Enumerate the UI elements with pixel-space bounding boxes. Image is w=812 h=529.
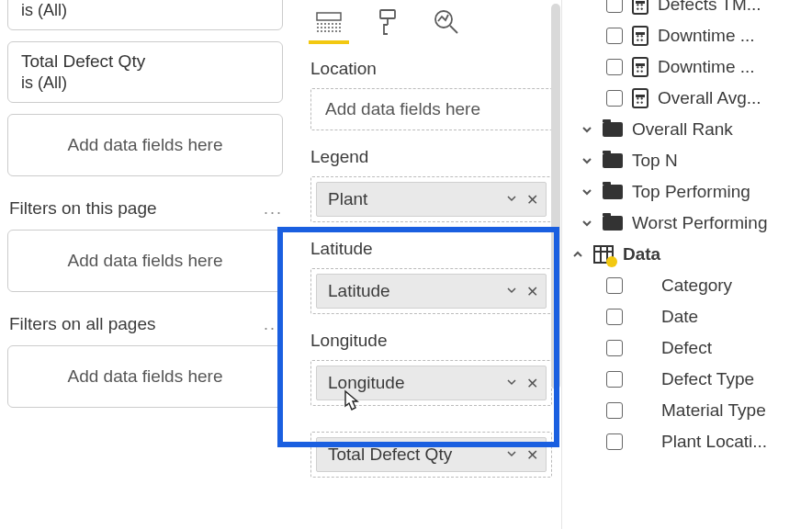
- measure-icon: [632, 57, 648, 77]
- filters-page-label: Filters on this page: [9, 198, 157, 219]
- group-label: Top N: [632, 151, 678, 171]
- group-label: Top Performing: [632, 182, 750, 202]
- field-label: Defect: [661, 338, 712, 358]
- chevron-down-icon[interactable]: [506, 284, 517, 298]
- remove-icon[interactable]: ✕: [526, 283, 538, 300]
- checkbox[interactable]: [606, 340, 623, 356]
- svg-line-7: [450, 26, 457, 33]
- field-column[interactable]: Defect Type: [568, 364, 812, 395]
- chevron-down-icon[interactable]: [581, 154, 593, 167]
- field-label: Downtime ...: [658, 26, 755, 46]
- location-well[interactable]: Add data fields here: [310, 88, 552, 130]
- filter-dropzone-visual[interactable]: Add data fields here: [7, 114, 283, 176]
- group-label: Overall Rank: [632, 119, 733, 140]
- field-group[interactable]: Worst Performing: [568, 208, 812, 239]
- chevron-up-icon[interactable]: [571, 248, 584, 261]
- filter-dropzone-page[interactable]: Add data fields here: [7, 230, 283, 292]
- measure-icon: [632, 88, 648, 108]
- field-column[interactable]: Defect: [568, 332, 812, 364]
- chevron-down-icon[interactable]: [506, 192, 517, 207]
- field-group[interactable]: Top Performing: [568, 176, 812, 208]
- field-column[interactable]: Date: [568, 301, 812, 332]
- remove-icon[interactable]: ✕: [526, 375, 538, 392]
- field-label: Overall Avg...: [658, 88, 761, 108]
- field-column[interactable]: Material Type: [568, 395, 812, 426]
- checkbox[interactable]: [606, 371, 623, 388]
- field-label: Category: [661, 276, 732, 296]
- chip-label: Plant: [328, 189, 367, 209]
- chevron-down-icon[interactable]: [581, 217, 593, 230]
- chip-label: Latitude: [328, 281, 390, 301]
- field-label: Defect Type: [661, 369, 754, 389]
- field-label: Date: [661, 307, 698, 327]
- size-chip-total-defect-qty[interactable]: Total Defect Qty ✕: [316, 437, 547, 472]
- latitude-well[interactable]: Latitude ✕: [310, 268, 552, 314]
- more-icon[interactable]: ...: [264, 199, 283, 219]
- location-well-placeholder: Add data fields here: [316, 94, 547, 125]
- scrollbar-thumb[interactable]: [551, 4, 560, 389]
- checkbox[interactable]: [606, 309, 623, 325]
- longitude-well[interactable]: Longitude ✕: [310, 360, 552, 406]
- filters-pane: is (All) Total Defect Qty is (All) Add d…: [0, 0, 290, 529]
- folder-icon: [603, 185, 623, 199]
- legend-chip-plant[interactable]: Plant ✕: [316, 182, 547, 217]
- checkbox[interactable]: [606, 90, 623, 107]
- latitude-chip[interactable]: Latitude ✕: [316, 274, 547, 309]
- checkbox[interactable]: [606, 433, 623, 450]
- checkbox[interactable]: [606, 0, 623, 13]
- filter-dropzone-allpages[interactable]: Add data fields here: [7, 345, 283, 408]
- table-icon: [593, 245, 614, 264]
- checkbox[interactable]: [606, 402, 623, 419]
- checkbox[interactable]: [606, 59, 623, 75]
- chip-label: Longitude: [328, 373, 404, 393]
- analytics-tab-icon[interactable]: [430, 6, 463, 39]
- chip-label: Total Defect Qty: [328, 445, 452, 465]
- field-label: Plant Locati...: [661, 432, 767, 452]
- folder-icon: [603, 122, 623, 137]
- remove-icon[interactable]: ✕: [526, 446, 538, 464]
- chevron-down-icon[interactable]: [581, 186, 593, 198]
- svg-rect-0: [317, 13, 341, 20]
- field-measure[interactable]: Downtime ...: [568, 20, 812, 51]
- field-group[interactable]: Top N: [568, 145, 812, 176]
- filter-card-title: Total Defect Qty: [21, 51, 269, 72]
- field-label: Downtime ...: [658, 57, 755, 77]
- chevron-down-icon[interactable]: [506, 376, 517, 390]
- checkbox[interactable]: [606, 28, 623, 44]
- folder-icon: [603, 153, 623, 168]
- field-group[interactable]: Overall Rank: [568, 114, 812, 145]
- scrollbar[interactable]: [551, 2, 560, 527]
- filters-allpages-label: Filters on all pages: [9, 314, 155, 334]
- field-label: Defects TM...: [658, 0, 761, 15]
- checkbox[interactable]: [606, 277, 623, 294]
- folder-icon: [603, 216, 623, 231]
- fields-tab-icon[interactable]: [312, 6, 345, 39]
- more-icon[interactable]: ...: [264, 315, 283, 334]
- filters-page-header[interactable]: Filters on this page ...: [9, 198, 283, 219]
- filter-card-sub: is (All): [21, 1, 269, 20]
- longitude-chip[interactable]: Longitude ✕: [316, 366, 547, 400]
- format-tab-icon[interactable]: [371, 6, 404, 39]
- group-label: Worst Performing: [632, 213, 767, 233]
- field-measure[interactable]: Defects TM...: [568, 0, 812, 20]
- visualizations-pane: Location Add data fields here Legend Pla…: [290, 0, 562, 529]
- legend-well-label: Legend: [310, 147, 552, 167]
- table-label: Data: [623, 244, 660, 264]
- field-table-data[interactable]: Data: [568, 239, 812, 270]
- measure-icon: [632, 0, 648, 15]
- remove-icon[interactable]: ✕: [526, 191, 538, 208]
- filter-card-total-defect-qty[interactable]: Total Defect Qty is (All): [7, 41, 283, 103]
- field-measure[interactable]: Downtime ...: [568, 51, 812, 83]
- legend-well[interactable]: Plant ✕: [310, 176, 552, 222]
- filter-card[interactable]: is (All): [7, 0, 283, 30]
- size-well[interactable]: Total Defect Qty ✕: [310, 432, 552, 478]
- field-measure[interactable]: Overall Avg...: [568, 83, 812, 114]
- fields-pane: Defects TM... Downtime ... Downtime ... …: [562, 0, 812, 529]
- filters-allpages-header[interactable]: Filters on all pages ...: [9, 314, 283, 334]
- field-column[interactable]: Category: [568, 270, 812, 301]
- chevron-down-icon[interactable]: [506, 447, 517, 462]
- location-well-label: Location: [310, 59, 552, 79]
- chevron-down-icon[interactable]: [581, 123, 593, 136]
- field-column[interactable]: Plant Locati...: [568, 426, 812, 457]
- latitude-well-label: Latitude: [310, 239, 552, 259]
